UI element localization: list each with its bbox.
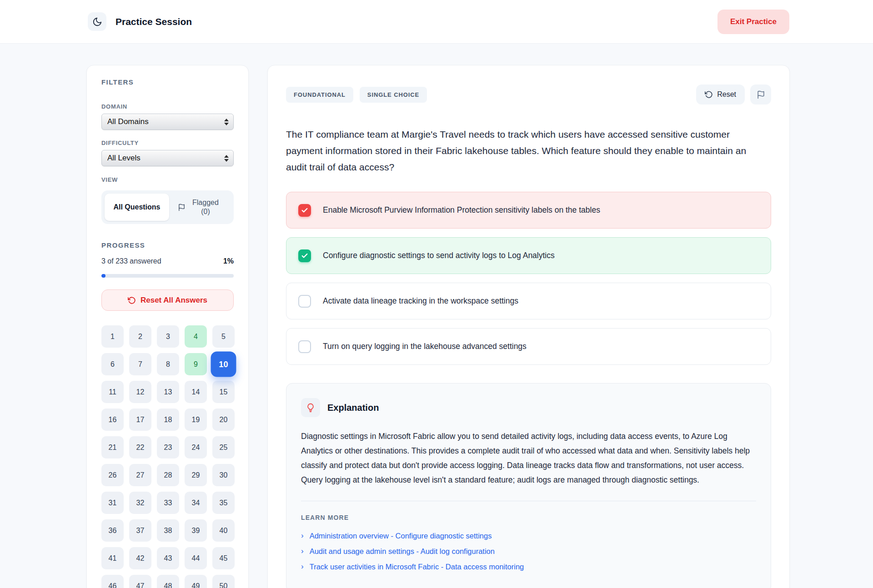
grid-cell-45[interactable]: 45	[212, 547, 235, 569]
grid-cell-39[interactable]: 39	[185, 519, 207, 542]
check-icon	[301, 252, 308, 259]
divider	[301, 501, 756, 501]
difficulty-select[interactable]: All Levels	[101, 150, 234, 166]
content-area: FILTERS DOMAIN All Domains DIFFICULTY Al…	[0, 44, 873, 588]
learn-more-link-2[interactable]: ›Audit and usage admin settings - Audit …	[301, 547, 756, 556]
grid-cell-47[interactable]: 47	[129, 575, 151, 588]
grid-cell-16[interactable]: 16	[101, 409, 124, 431]
grid-cell-23[interactable]: 23	[157, 436, 179, 458]
grid-cell-18[interactable]: 18	[157, 409, 179, 431]
chevron-right-icon: ›	[301, 562, 304, 571]
checkbox-empty[interactable]	[298, 295, 311, 308]
grid-cell-44[interactable]: 44	[185, 547, 207, 569]
checkbox-checked-icon[interactable]	[298, 249, 311, 262]
answer-option-4[interactable]: Turn on query logging in the lakehouse a…	[286, 328, 771, 365]
progress-bar	[101, 274, 234, 278]
grid-cell-12[interactable]: 12	[129, 381, 151, 403]
reset-all-label: Reset All Answers	[140, 296, 207, 305]
learn-more-link-1[interactable]: ›Administration overview - Configure dia…	[301, 531, 756, 540]
checkbox-checked-icon[interactable]	[298, 204, 311, 217]
answer-option-1[interactable]: Enable Microsoft Purview Information Pro…	[286, 192, 771, 229]
grid-cell-19[interactable]: 19	[185, 409, 207, 431]
grid-cell-22[interactable]: 22	[129, 436, 151, 458]
progress-row: 3 of 233 answered 1%	[101, 257, 234, 265]
grid-cell-4[interactable]: 4	[185, 325, 207, 348]
lightbulb-icon	[301, 398, 320, 417]
grid-cell-8[interactable]: 8	[157, 353, 179, 375]
question-panel: FOUNDATIONAL SINGLE CHOICE Reset The IT …	[267, 65, 790, 588]
grid-cell-1[interactable]: 1	[101, 325, 124, 348]
explanation-body: Diagnostic settings in Microsoft Fabric …	[301, 429, 756, 487]
grid-cell-32[interactable]: 32	[129, 492, 151, 514]
grid-cell-20[interactable]: 20	[212, 409, 235, 431]
grid-cell-42[interactable]: 42	[129, 547, 151, 569]
grid-cell-3[interactable]: 3	[157, 325, 179, 348]
learn-more-heading: LEARN MORE	[301, 514, 756, 521]
grid-cell-49[interactable]: 49	[185, 575, 207, 588]
grid-cell-11[interactable]: 11	[101, 381, 124, 403]
grid-cell-37[interactable]: 37	[129, 519, 151, 542]
grid-cell-46[interactable]: 46	[101, 575, 124, 588]
reset-icon	[705, 90, 713, 99]
learn-more-link-3[interactable]: ›Track user activities in Microsoft Fabr…	[301, 562, 756, 571]
chevron-right-icon: ›	[301, 531, 304, 540]
progress-fill	[101, 274, 105, 278]
grid-cell-13[interactable]: 13	[157, 381, 179, 403]
grid-cell-50[interactable]: 50	[212, 575, 235, 588]
grid-cell-30[interactable]: 30	[212, 464, 235, 486]
filters-sidebar: FILTERS DOMAIN All Domains DIFFICULTY Al…	[86, 65, 249, 588]
moon-icon	[88, 12, 106, 31]
checkbox-empty[interactable]	[298, 340, 311, 353]
grid-cell-21[interactable]: 21	[101, 436, 124, 458]
select-arrows-icon	[224, 155, 229, 162]
answer-option-2[interactable]: Configure diagnostic settings to send ac…	[286, 237, 771, 274]
grid-cell-40[interactable]: 40	[212, 519, 235, 542]
grid-cell-41[interactable]: 41	[101, 547, 124, 569]
grid-cell-17[interactable]: 17	[129, 409, 151, 431]
grid-cell-6[interactable]: 6	[101, 353, 124, 375]
grid-cell-48[interactable]: 48	[157, 575, 179, 588]
reset-question-button[interactable]: Reset	[696, 85, 745, 105]
option-text: Configure diagnostic settings to send ac…	[323, 251, 555, 260]
grid-cell-26[interactable]: 26	[101, 464, 124, 486]
grid-cell-36[interactable]: 36	[101, 519, 124, 542]
grid-cell-5[interactable]: 5	[212, 325, 235, 348]
options-list: Enable Microsoft Purview Information Pro…	[286, 192, 771, 365]
grid-cell-43[interactable]: 43	[157, 547, 179, 569]
option-text: Turn on query logging in the lakehouse a…	[323, 342, 527, 351]
grid-cell-10[interactable]: 10	[211, 352, 236, 377]
domain-select[interactable]: All Domains	[101, 114, 234, 130]
flag-icon	[757, 90, 765, 99]
flag-question-button[interactable]	[750, 85, 771, 105]
view-toggle: All Questions Flagged (0)	[101, 190, 234, 224]
domain-label: DOMAIN	[101, 103, 234, 110]
grid-cell-15[interactable]: 15	[212, 381, 235, 403]
grid-cell-31[interactable]: 31	[101, 492, 124, 514]
question-grid: 1234567891011121314151617181920212223242…	[101, 325, 234, 588]
grid-cell-29[interactable]: 29	[185, 464, 207, 486]
progress-heading: PROGRESS	[101, 241, 234, 249]
grid-cell-38[interactable]: 38	[157, 519, 179, 542]
grid-cell-2[interactable]: 2	[129, 325, 151, 348]
grid-cell-33[interactable]: 33	[157, 492, 179, 514]
answer-option-3[interactable]: Activate data lineage tracking in the wo…	[286, 283, 771, 319]
grid-cell-7[interactable]: 7	[129, 353, 151, 375]
grid-cell-9[interactable]: 9	[185, 353, 207, 375]
tab-flagged[interactable]: Flagged (0)	[169, 194, 231, 221]
app-header: Practice Session Exit Practice	[0, 0, 873, 44]
reset-all-answers-button[interactable]: Reset All Answers	[101, 289, 234, 311]
header-left: Practice Session	[88, 12, 192, 31]
tab-all-questions[interactable]: All Questions	[105, 194, 169, 221]
grid-cell-28[interactable]: 28	[157, 464, 179, 486]
grid-cell-14[interactable]: 14	[185, 381, 207, 403]
domain-select-value: All Domains	[107, 117, 149, 126]
exit-practice-button[interactable]: Exit Practice	[717, 10, 789, 34]
reset-label: Reset	[717, 90, 736, 99]
grid-cell-35[interactable]: 35	[212, 492, 235, 514]
grid-cell-34[interactable]: 34	[185, 492, 207, 514]
grid-cell-25[interactable]: 25	[212, 436, 235, 458]
question-text: The IT compliance team at Margie's Trave…	[286, 126, 769, 175]
grid-cell-24[interactable]: 24	[185, 436, 207, 458]
grid-cell-27[interactable]: 27	[129, 464, 151, 486]
select-arrows-icon	[224, 119, 229, 125]
